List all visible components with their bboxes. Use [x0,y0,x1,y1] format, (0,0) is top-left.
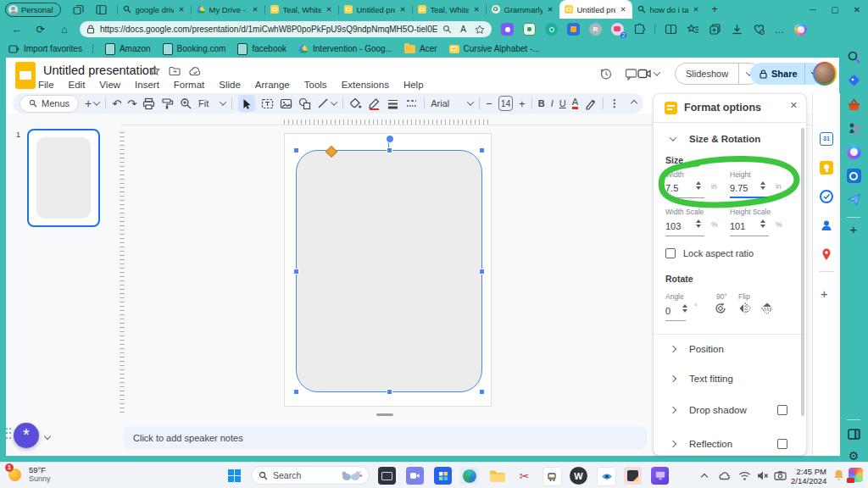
tab-grammarly[interactable]: G Grammarly✕ [487,0,559,19]
taskbar-app-amazon[interactable] [542,467,562,486]
tab-close-icon[interactable]: ✕ [692,5,699,14]
menu-tools[interactable]: Tools [304,80,327,90]
notes-resize-handle[interactable] [376,413,393,416]
close-button[interactable]: ✕ [846,5,868,14]
taskbar-app-edge[interactable] [460,467,478,485]
border-color-icon[interactable] [368,97,381,110]
print-icon[interactable] [142,97,155,110]
slideshow-button[interactable]: Slideshow [675,63,760,85]
shopping-icon[interactable] [847,74,861,88]
text-box-icon[interactable] [261,97,274,110]
menu-edit[interactable]: Edit [69,80,86,90]
menu-help[interactable]: Help [403,80,424,90]
lock-aspect-checkbox[interactable] [665,248,676,258]
resize-handle-nw[interactable] [293,147,299,153]
zoom-fit-select[interactable]: Fit [198,98,225,108]
menu-view[interactable]: View [99,80,120,90]
tab-untitled-1[interactable]: Untitled prese✕ [339,0,412,19]
favorite-star-icon[interactable] [475,25,485,35]
tab-untitled-active[interactable]: Untitled prese✕ [559,0,632,19]
italic-button[interactable]: I [551,98,554,108]
resize-handle-e[interactable] [479,269,485,274]
slide-thumbnail[interactable] [27,129,100,227]
favorite-item-booking[interactable]: Booking.com [163,43,226,55]
favorite-item-acer[interactable]: Acer [404,44,437,53]
outlook-icon[interactable] [847,169,861,183]
split-screen-icon[interactable] [665,23,677,36]
font-family-select[interactable]: Arial [431,98,473,108]
taskbar-app-sticky-notes[interactable] [624,467,642,485]
menu-extensions[interactable]: Extensions [342,80,389,90]
keep-icon[interactable] [820,161,833,175]
comments-icon[interactable] [625,68,637,80]
highlight-color-icon[interactable] [584,97,597,110]
resize-handle-ne[interactable] [479,147,485,153]
shopping-basket-icon[interactable] [847,97,861,112]
grammarly-button[interactable]: * [14,423,39,448]
more-options-icon[interactable]: ⋮ [609,97,620,109]
browser-essentials-icon[interactable] [753,23,765,36]
font-size-increase[interactable]: + [519,97,526,110]
tab-close-icon[interactable]: ✕ [325,5,332,14]
section-position[interactable]: Position [654,338,806,360]
selected-shape[interactable] [296,150,482,392]
rotation-handle[interactable] [386,135,394,143]
tray-clock[interactable]: 2:45 PM 2/14/2024 [791,467,826,485]
import-favorites-button[interactable]: Import favorites [8,44,82,54]
games-icon[interactable] [847,121,861,136]
zoom-page-icon[interactable] [442,25,452,34]
cloud-status-icon[interactable] [189,66,202,76]
width-scale-stepper[interactable] [696,219,701,228]
flip-vertical-icon[interactable] [760,302,774,315]
sidebar-toggle-icon[interactable] [847,427,861,441]
sidebar-search-icon[interactable] [847,50,861,64]
taskbar-app-monitor[interactable] [651,467,669,485]
undo-icon[interactable]: ↶ [112,97,121,110]
sidebar-add-icon[interactable]: + [850,223,858,236]
calendar-icon[interactable]: 31 [820,132,833,146]
border-weight-icon[interactable] [387,97,399,110]
zoom-icon[interactable] [180,97,192,110]
profile-chip[interactable]: Personal [5,3,61,17]
tab-close-icon[interactable]: ✕ [472,5,480,14]
move-folder-icon[interactable] [169,65,181,76]
close-panel-icon[interactable]: ✕ [790,100,798,111]
star-doc-icon[interactable] [149,65,160,76]
extension-r-icon[interactable]: R [589,23,602,36]
home-button[interactable]: ⌂ [58,23,71,36]
taskbar-app-device[interactable] [378,467,396,485]
menu-arrange[interactable]: Arrange [255,80,290,90]
taskbar-app-chat[interactable] [406,467,424,485]
version-history-icon[interactable] [599,68,612,80]
notification-bell-icon[interactable] [832,469,845,481]
doc-title[interactable]: Untitled presentation [43,64,156,77]
drop-send-icon[interactable] [847,192,861,207]
start-button[interactable] [225,467,243,485]
favorite-item-amazon[interactable]: Amazon [105,43,151,55]
taskbar-app-office[interactable] [434,467,452,485]
tray-app-icon[interactable] [849,468,863,482]
text-color-button[interactable]: A [572,97,578,109]
tab-close-icon[interactable]: ✕ [398,5,406,14]
resize-handle-sw[interactable] [293,389,299,395]
ruler-horizontal-ticks[interactable] [284,119,492,125]
height-scale-stepper[interactable] [760,219,765,228]
onedrive-icon[interactable] [719,469,732,482]
height-stepper[interactable] [760,181,765,190]
get-addons-button[interactable]: + [821,286,828,301]
underline-button[interactable]: U [559,98,566,108]
favorite-item-cursive[interactable]: Cursive Alphabet -... [449,44,540,53]
border-dash-icon[interactable] [405,97,418,110]
flip-horizontal-icon[interactable] [738,302,752,315]
tab-close-icon[interactable]: ✕ [546,5,554,14]
tab-teal-white-1[interactable]: Teal, White an✕ [265,0,338,19]
refresh-button[interactable]: ⟳ [34,23,47,36]
resize-handle-se[interactable] [479,389,485,395]
redo-icon[interactable]: ↷ [127,97,136,110]
taskbar-app-snipping[interactable]: ✂ [515,467,533,485]
favorites-icon[interactable] [687,23,699,36]
tasks-icon[interactable] [820,190,833,203]
tab-close-icon[interactable]: ✕ [251,5,259,14]
section-size-rotation[interactable]: Size & Rotation [654,128,806,150]
sidebar-copilot-icon[interactable] [847,145,861,159]
